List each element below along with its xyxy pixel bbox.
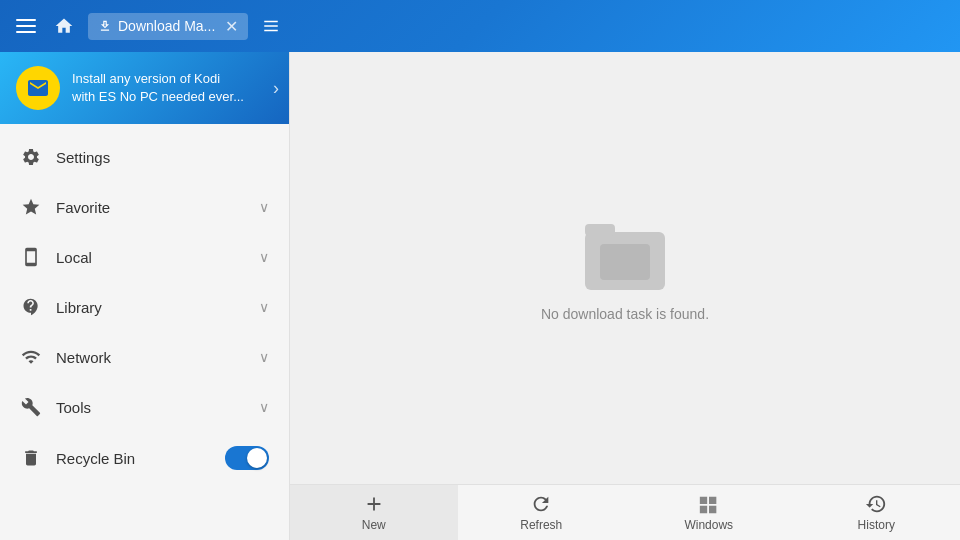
menu-button[interactable] — [12, 15, 40, 37]
local-label: Local — [56, 249, 245, 266]
refresh-icon — [530, 493, 552, 515]
tools-label: Tools — [56, 399, 245, 416]
tab-close-button[interactable]: ✕ — [225, 17, 238, 36]
recycle-bin-toggle[interactable] — [225, 446, 269, 470]
history-label: History — [858, 518, 895, 532]
favorite-chevron-icon: ∨ — [259, 199, 269, 215]
bottom-toolbar: New Refresh Windows — [290, 484, 960, 540]
network-label: Network — [56, 349, 245, 366]
new-button[interactable]: New — [290, 485, 458, 540]
local-icon — [20, 246, 42, 268]
new-icon — [363, 493, 385, 515]
promo-icon — [16, 66, 60, 110]
promo-arrow-icon: › — [273, 78, 279, 99]
sidebar-item-library[interactable]: Library ∨ — [0, 282, 289, 332]
windows-icon — [698, 493, 720, 515]
tab-label: Download Ma... — [118, 18, 215, 34]
download-icon — [98, 19, 112, 33]
sidebar-item-settings[interactable]: Settings — [0, 132, 289, 182]
promo-text: Install any version of Kodi with ES No P… — [72, 70, 244, 106]
promo-banner[interactable]: Install any version of Kodi with ES No P… — [0, 52, 289, 124]
sidebar: Install any version of Kodi with ES No P… — [0, 52, 290, 540]
windows-label: Windows — [684, 518, 733, 532]
favorite-label: Favorite — [56, 199, 245, 216]
more-button[interactable] — [258, 13, 284, 39]
local-chevron-icon: ∨ — [259, 249, 269, 265]
svg-rect-1 — [585, 224, 615, 236]
home-button[interactable] — [50, 12, 78, 40]
refresh-button[interactable]: Refresh — [458, 485, 626, 540]
new-label: New — [362, 518, 386, 532]
sidebar-item-favorite[interactable]: Favorite ∨ — [0, 182, 289, 232]
main-layout: Install any version of Kodi with ES No P… — [0, 52, 960, 540]
windows-button[interactable]: Windows — [625, 485, 793, 540]
empty-message: No download task is found. — [541, 306, 709, 322]
network-icon — [20, 346, 42, 368]
header: Download Ma... ✕ — [0, 0, 960, 52]
sidebar-item-local[interactable]: Local ∨ — [0, 232, 289, 282]
library-label: Library — [56, 299, 245, 316]
download-tab[interactable]: Download Ma... ✕ — [88, 13, 248, 40]
content-body: No download task is found. — [290, 52, 960, 484]
svg-rect-2 — [600, 244, 650, 280]
history-icon — [865, 493, 887, 515]
tools-icon — [20, 396, 42, 418]
nav-list: Settings Favorite ∨ Local — [0, 124, 289, 540]
tools-chevron-icon: ∨ — [259, 399, 269, 415]
recycle-bin-icon — [20, 447, 42, 469]
empty-folder-illustration — [580, 214, 670, 294]
sidebar-item-tools[interactable]: Tools ∨ — [0, 382, 289, 432]
library-icon — [20, 296, 42, 318]
sidebar-item-network[interactable]: Network ∨ — [0, 332, 289, 382]
sidebar-item-recycle-bin[interactable]: Recycle Bin — [0, 432, 289, 484]
settings-label: Settings — [56, 149, 269, 166]
library-chevron-icon: ∨ — [259, 299, 269, 315]
content-area: No download task is found. New Ref — [290, 52, 960, 540]
settings-icon — [20, 146, 42, 168]
refresh-label: Refresh — [520, 518, 562, 532]
network-chevron-icon: ∨ — [259, 349, 269, 365]
history-button[interactable]: History — [793, 485, 961, 540]
favorite-icon — [20, 196, 42, 218]
recycle-bin-label: Recycle Bin — [56, 450, 211, 467]
